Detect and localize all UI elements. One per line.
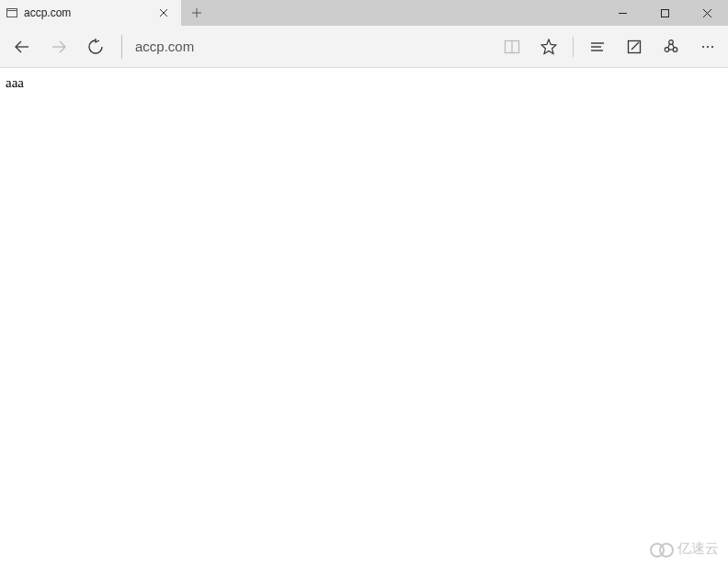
arrow-left-icon bbox=[13, 38, 31, 56]
hub-button[interactable] bbox=[579, 27, 616, 67]
url-input[interactable] bbox=[135, 39, 494, 54]
more-button[interactable] bbox=[689, 27, 726, 67]
toolbar-right bbox=[494, 27, 728, 67]
page-content: aaa bbox=[0, 68, 728, 98]
refresh-icon bbox=[87, 39, 104, 55]
page-body-text: aaa bbox=[6, 75, 24, 90]
toolbar-separator bbox=[121, 35, 122, 59]
star-icon bbox=[540, 39, 557, 55]
svg-line-24 bbox=[672, 43, 674, 47]
svg-point-27 bbox=[707, 45, 709, 47]
arrow-right-icon bbox=[50, 38, 68, 56]
svg-point-22 bbox=[673, 47, 677, 51]
svg-line-23 bbox=[668, 43, 670, 47]
address-bar[interactable] bbox=[130, 27, 494, 67]
tab-bar: accp.com bbox=[0, 0, 728, 26]
back-button[interactable] bbox=[4, 27, 40, 67]
refresh-button[interactable] bbox=[77, 27, 114, 67]
watermark: 亿速云 bbox=[650, 540, 719, 557]
share-icon bbox=[663, 39, 679, 55]
svg-marker-14 bbox=[541, 39, 556, 54]
svg-point-28 bbox=[711, 45, 713, 47]
reading-view-button[interactable] bbox=[494, 27, 530, 67]
share-button[interactable] bbox=[653, 27, 689, 67]
tab-title: accp.com bbox=[24, 6, 146, 19]
new-tab-button[interactable] bbox=[181, 0, 212, 26]
forward-button[interactable] bbox=[40, 27, 77, 67]
window-minimize-button[interactable] bbox=[601, 0, 643, 26]
svg-line-19 bbox=[631, 42, 639, 50]
svg-point-26 bbox=[702, 45, 704, 47]
watermark-text: 亿速云 bbox=[677, 540, 719, 557]
window-close-button[interactable] bbox=[686, 0, 728, 26]
window-maximize-button[interactable] bbox=[643, 0, 686, 26]
svg-rect-0 bbox=[7, 9, 17, 17]
web-note-button[interactable] bbox=[616, 27, 653, 67]
watermark-logo-icon bbox=[650, 541, 674, 557]
tab-close-button[interactable] bbox=[152, 1, 176, 25]
toolbar-separator bbox=[573, 37, 574, 57]
browser-tab[interactable]: accp.com bbox=[0, 0, 181, 26]
more-icon bbox=[700, 39, 716, 55]
lines-icon bbox=[589, 39, 606, 55]
note-icon bbox=[626, 39, 643, 55]
book-icon bbox=[504, 39, 520, 55]
toolbar bbox=[0, 26, 728, 68]
window-controls bbox=[601, 0, 728, 26]
page-favicon-icon bbox=[6, 6, 18, 19]
svg-point-21 bbox=[665, 47, 669, 51]
favorite-button[interactable] bbox=[530, 27, 567, 67]
svg-rect-7 bbox=[661, 9, 668, 17]
